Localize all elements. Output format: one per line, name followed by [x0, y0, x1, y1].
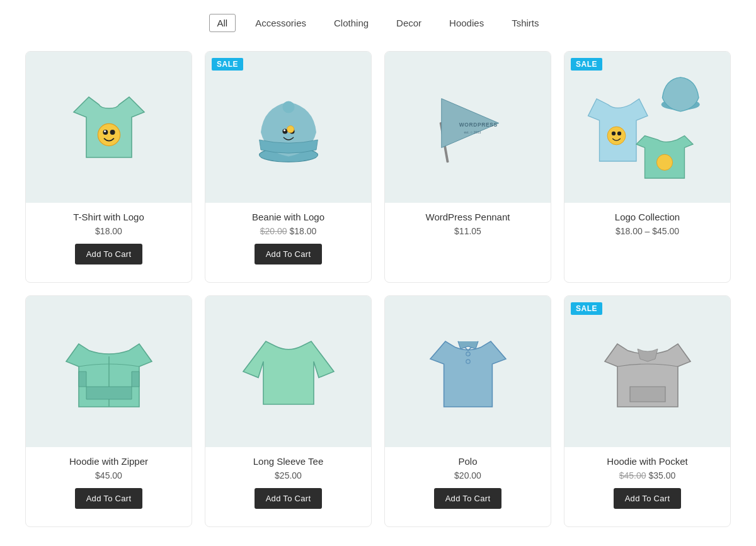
- product-price: $18.00 – $45.00: [571, 226, 724, 236]
- product-info: T-Shirt with Logo $18.00 Add To Cart: [26, 203, 192, 271]
- product-card: Polo $20.00 Add To Cart: [384, 295, 551, 527]
- filter-btn-clothing[interactable]: Clothing: [326, 14, 377, 32]
- filter-btn-accessories[interactable]: Accessories: [247, 14, 314, 32]
- price: $11.05: [454, 226, 481, 236]
- filter-btn-tshirts[interactable]: Tshirts: [503, 14, 547, 32]
- sale-badge: SALE: [212, 58, 243, 71]
- product-info: Logo Collection $18.00 – $45.00: [564, 203, 730, 250]
- add-to-cart-button[interactable]: Add To Cart: [75, 244, 143, 264]
- svg-point-15: [617, 132, 621, 135]
- product-name: WordPress Pennant: [391, 212, 544, 222]
- price: $18.00: [95, 226, 122, 236]
- svg-text:est. ☆ 2003: est. ☆ 2003: [464, 130, 481, 134]
- svg-point-9: [287, 126, 294, 133]
- sale-badge: SALE: [571, 302, 602, 315]
- product-info: WordPress Pennant $11.05: [385, 203, 551, 250]
- filter-btn-decor[interactable]: Decor: [388, 14, 430, 32]
- svg-point-8: [284, 129, 285, 131]
- product-card: WORDPRESS est. ☆ 2003 WordPress Pennant …: [384, 51, 551, 283]
- product-image: [205, 296, 371, 447]
- product-image: [26, 52, 192, 203]
- product-card: T-Shirt with Logo $18.00 Add To Cart: [25, 51, 192, 283]
- price: $20.00: [454, 470, 481, 481]
- add-to-cart-button[interactable]: Add To Cart: [614, 488, 682, 509]
- sale-price: $18.00: [290, 226, 317, 236]
- filter-btn-hoodies[interactable]: Hoodies: [441, 14, 492, 32]
- svg-text:WORDPRESS: WORDPRESS: [459, 122, 497, 128]
- product-price: $18.00: [32, 226, 185, 236]
- product-image: [385, 296, 551, 447]
- sale-badge: SALE: [571, 58, 602, 71]
- svg-point-0: [98, 123, 120, 145]
- price: $25.00: [275, 470, 302, 481]
- product-price: $11.05: [391, 226, 544, 236]
- product-info: Hoodie with Pocket $45.00$35.00 Add To C…: [564, 447, 730, 515]
- svg-point-3: [104, 130, 106, 132]
- add-to-cart-button[interactable]: Add To Cart: [255, 488, 323, 509]
- product-image: [26, 296, 192, 447]
- product-image: SALE: [205, 52, 371, 203]
- add-to-cart-button[interactable]: Add To Cart: [75, 488, 143, 509]
- sale-price: $35.00: [649, 470, 676, 481]
- price: $18.00 – $45.00: [616, 226, 679, 236]
- product-name: Hoodie with Pocket: [571, 456, 724, 467]
- svg-point-13: [607, 127, 626, 145]
- product-price: $45.00: [32, 470, 185, 481]
- product-name: Logo Collection: [571, 212, 724, 222]
- svg-point-5: [282, 101, 294, 113]
- product-card: Long Sleeve Tee $25.00 Add To Cart: [205, 295, 372, 527]
- product-price: $20.00$18.00: [212, 226, 365, 236]
- svg-point-17: [656, 154, 672, 170]
- price: $45.00: [95, 470, 122, 481]
- filter-nav: AllAccessoriesClothingDecorHoodiesTshirt…: [0, 0, 756, 51]
- product-info: Long Sleeve Tee $25.00 Add To Cart: [205, 447, 371, 515]
- svg-point-14: [611, 132, 615, 135]
- product-info: Polo $20.00 Add To Cart: [385, 447, 551, 515]
- product-card: SALE Logo Collection $18.00 – $45.00: [564, 51, 731, 283]
- add-to-cart-button[interactable]: Add To Cart: [255, 244, 323, 264]
- product-name: Polo: [391, 456, 544, 467]
- product-info: Hoodie with Zipper $45.00 Add To Cart: [26, 447, 192, 515]
- product-price: $20.00: [391, 470, 544, 481]
- original-price: $20.00: [260, 226, 287, 236]
- product-price: $45.00$35.00: [571, 470, 724, 481]
- product-card: Hoodie with Zipper $45.00 Add To Cart: [25, 295, 192, 527]
- product-name: Beanie with Logo: [212, 212, 365, 222]
- product-name: Long Sleeve Tee: [212, 456, 365, 467]
- original-price: $45.00: [619, 470, 646, 481]
- product-image: SALE: [564, 52, 730, 203]
- svg-point-2: [110, 130, 115, 135]
- products-grid: T-Shirt with Logo $18.00 Add To Cart SAL…: [13, 51, 743, 546]
- add-to-cart-button[interactable]: Add To Cart: [434, 488, 502, 509]
- product-name: Hoodie with Zipper: [32, 456, 185, 467]
- product-card: SALE Beanie with Logo $20.00$18.00 Add T…: [205, 51, 372, 283]
- product-card: SALE Hoodie with Pocket $45.00$35.00 Add…: [564, 295, 731, 527]
- product-image: WORDPRESS est. ☆ 2003: [385, 52, 551, 203]
- product-price: $25.00: [212, 470, 365, 481]
- product-info: Beanie with Logo $20.00$18.00 Add To Car…: [205, 203, 371, 271]
- product-image: SALE: [564, 296, 730, 447]
- filter-btn-all[interactable]: All: [209, 14, 236, 32]
- product-name: T-Shirt with Logo: [32, 212, 185, 222]
